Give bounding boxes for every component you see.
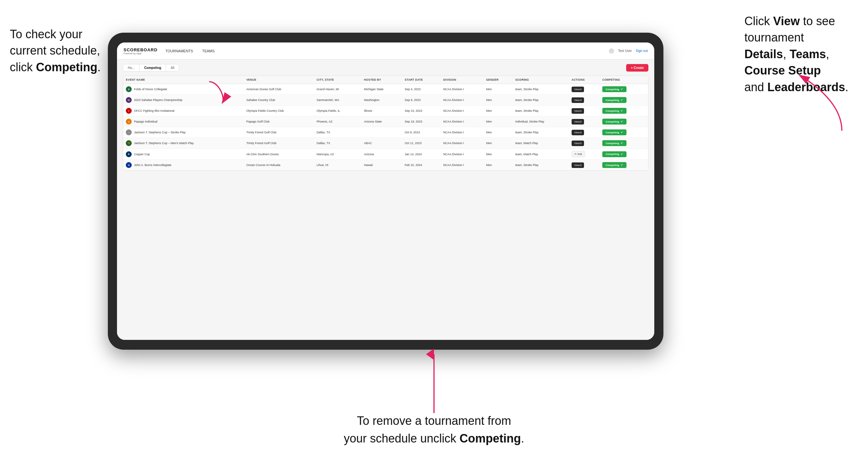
col-venue: VENUE — [244, 76, 314, 84]
logo-title: SCOREBOARD — [124, 48, 157, 52]
venue-cell: Trinity Forest Golf Club — [244, 138, 314, 149]
event-name: Papago Individual — [134, 120, 157, 123]
division-cell: NCAA Division I — [440, 138, 483, 149]
actions-cell[interactable]: View ℹ — [569, 84, 600, 95]
arrow-right-competing — [685, 65, 848, 137]
arrow-bottom-unclick — [421, 351, 447, 416]
col-gender: GENDER — [483, 76, 513, 84]
start-date-cell: Oct 9, 2023 — [402, 127, 440, 138]
view-button[interactable]: View ℹ — [571, 141, 584, 146]
tab-home[interactable]: Ho... — [123, 64, 140, 71]
competing-button[interactable]: Competing — [602, 97, 626, 103]
view-button[interactable]: View ℹ — [571, 87, 584, 92]
gender-cell: Men — [483, 84, 513, 95]
venue-cell: Olympia Fields Country Club — [244, 105, 314, 116]
competing-cell[interactable]: Competing — [600, 105, 648, 116]
top-nav: SCOREBOARD Powered by clippi TOURNAMENTS… — [117, 42, 654, 60]
competing-button[interactable]: Competing — [602, 119, 626, 125]
event-name-cell: ○ Jackson T. Stephens Cup – Stroke Play — [123, 127, 244, 138]
division-cell: NCAA Division I — [440, 149, 483, 160]
arrow-left-competing — [101, 72, 225, 111]
annotation-bottom-bold: Competing — [460, 432, 521, 445]
division-cell: NCAA Division I — [440, 160, 483, 170]
competing-cell[interactable]: Competing — [600, 95, 648, 105]
actions-cell[interactable]: View ℹ — [569, 116, 600, 127]
tab-all[interactable]: All — [166, 64, 179, 71]
competing-button[interactable]: Competing — [602, 108, 626, 114]
col-actions: ACTIONS — [569, 76, 600, 84]
team-logo: H — [126, 162, 132, 168]
view-button[interactable]: View ℹ — [571, 108, 584, 114]
view-button[interactable]: View ℹ — [571, 119, 584, 125]
event-name-cell: H John A. Burns Intercollegiate — [123, 160, 244, 170]
col-scoring: SCORING — [513, 76, 569, 84]
col-competing: COMPETING — [600, 76, 648, 84]
view-button[interactable]: View ℹ — [571, 162, 584, 168]
annotation-line3: click — [10, 60, 36, 74]
scoring-cell: team, Stroke Play — [513, 84, 569, 95]
gender-cell: Men — [483, 95, 513, 105]
competing-button[interactable]: Competing — [602, 129, 626, 135]
competing-cell[interactable]: Competing — [600, 160, 648, 170]
scoring-cell: team, Stroke Play — [513, 95, 569, 105]
hosted-by-cell: ABAC — [362, 138, 402, 149]
city-state-cell: Maricopa, AZ — [314, 149, 362, 160]
signout-link[interactable]: Sign out — [636, 49, 648, 53]
scoring-cell: individual, Stroke Play — [513, 116, 569, 127]
annotation-bottom-period: . — [521, 432, 524, 445]
division-cell: NCAA Division I — [440, 84, 483, 95]
competing-cell[interactable]: Competing — [600, 116, 648, 127]
view-button[interactable]: View ℹ — [571, 97, 584, 103]
actions-cell[interactable]: ✏ Edit — [569, 149, 600, 160]
city-state-cell: Phoenix, AZ — [314, 116, 362, 127]
venue-cell: Ocean Course At Hokuala — [244, 160, 314, 170]
event-name: Jackson T. Stephens Cup – Stroke Play — [134, 131, 186, 134]
start-date-cell: Sep 9, 2023 — [402, 95, 440, 105]
actions-cell[interactable]: View ℹ — [569, 105, 600, 116]
event-name-cell: 🌿 Jackson T. Stephens Cup – Men's Match … — [123, 138, 244, 149]
nav-tournaments[interactable]: TOURNAMENTS — [165, 48, 193, 54]
annotation-period: . — [97, 60, 101, 74]
competing-button[interactable]: Competing — [602, 140, 626, 146]
scoring-cell: team, Stroke Play — [513, 127, 569, 138]
team-logo: A — [126, 151, 132, 157]
actions-cell[interactable]: View ℹ — [569, 160, 600, 170]
annotation-tr-line1: Click View to see — [744, 14, 835, 28]
city-state-cell: Sammamish, WA — [314, 95, 362, 105]
competing-cell[interactable]: Competing — [600, 149, 648, 160]
nav-links: TOURNAMENTS TEAMS — [165, 48, 609, 54]
annotation-comma2: , — [826, 48, 829, 61]
competing-cell[interactable]: Competing — [600, 138, 648, 149]
col-division: DIVISION — [440, 76, 483, 84]
venue-cell: Papago Golf Club — [244, 116, 314, 127]
col-start-date: START DATE — [402, 76, 440, 84]
venue-cell: Trinity Forest Golf Club — [244, 127, 314, 138]
city-state-cell: Olympia Fields, IL — [314, 105, 362, 116]
team-logo: 🌿 — [126, 140, 132, 146]
hosted-by-cell: Washington — [362, 95, 402, 105]
gender-cell: Men — [483, 160, 513, 170]
hosted-by-cell: Arizona — [362, 149, 402, 160]
competing-button[interactable]: Competing — [602, 162, 626, 168]
view-button[interactable]: View ℹ — [571, 130, 584, 135]
city-state-cell: Grand Haven, MI — [314, 84, 362, 95]
table-row: ○ Jackson T. Stephens Cup – Stroke Play … — [123, 127, 648, 138]
hosted-by-cell: Michigan State — [362, 84, 402, 95]
create-button[interactable]: + Create — [626, 64, 648, 71]
competing-cell[interactable]: Competing — [600, 84, 648, 95]
event-name-cell: A Copper Cup — [123, 149, 244, 160]
competing-cell[interactable]: Competing — [600, 127, 648, 138]
scoring-cell: team, Stroke Play — [513, 105, 569, 116]
annotation-tr-line2: tournament — [744, 31, 804, 44]
edit-button[interactable]: ✏ Edit — [571, 151, 585, 157]
start-date-cell: Sep 4, 2023 — [402, 84, 440, 95]
competing-button[interactable]: Competing — [602, 151, 626, 157]
actions-cell[interactable]: View ℹ — [569, 95, 600, 105]
hosted-by-cell: Hawaii — [362, 160, 402, 170]
table-row: 🌿 Jackson T. Stephens Cup – Men's Match … — [123, 138, 648, 149]
actions-cell[interactable]: View ℹ — [569, 138, 600, 149]
tab-competing[interactable]: Competing — [140, 64, 166, 71]
competing-button[interactable]: Competing — [602, 86, 626, 92]
nav-teams[interactable]: TEAMS — [202, 48, 215, 54]
actions-cell[interactable]: View ℹ — [569, 127, 600, 138]
